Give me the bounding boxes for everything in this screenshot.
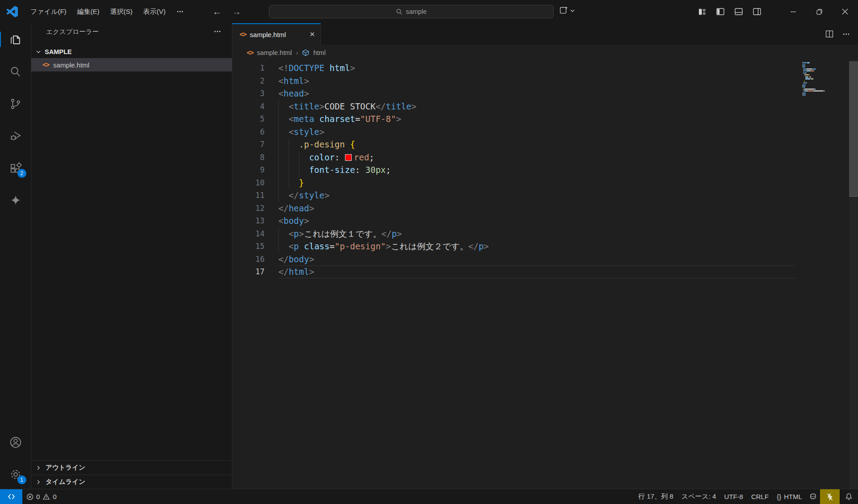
line-number: 10 (232, 176, 265, 189)
line-number: 4 (232, 100, 265, 113)
extensions-icon[interactable]: 2 (5, 157, 26, 179)
menu-edit[interactable]: 編集(E) (72, 5, 105, 19)
restore-icon[interactable] (806, 0, 832, 23)
indent-guide (278, 189, 279, 202)
indent-guide (278, 227, 279, 240)
cursor-position[interactable]: 行 17、列 8 (634, 489, 677, 504)
breadcrumb-symbol[interactable]: html (313, 49, 325, 56)
tab-close-icon[interactable]: ✕ (309, 30, 315, 38)
run-debug-icon[interactable] (5, 125, 26, 147)
bolt-off-icon (826, 493, 834, 501)
folder-section-header[interactable]: SAMPLE (31, 46, 232, 58)
line-number: 5 (232, 113, 265, 126)
problems-indicator[interactable]: 0 0 (22, 489, 61, 504)
toggle-secondary-sidebar-icon[interactable] (751, 5, 763, 18)
line-number: 6 (232, 126, 265, 139)
folder-section-label: SAMPLE (45, 48, 72, 55)
back-icon[interactable]: ← (210, 7, 224, 17)
code-line[interactable]: 6 <style> (232, 126, 858, 139)
error-icon (26, 493, 34, 500)
code-line[interactable]: 12</head> (232, 202, 858, 215)
indent-guide (278, 151, 279, 164)
breadcrumb-file[interactable]: sample.html (257, 49, 292, 56)
toggle-panel-icon[interactable] (732, 5, 745, 18)
code-line[interactable]: 13<body> (232, 214, 858, 227)
notifications-bell-icon[interactable] (840, 489, 858, 504)
copilot-status[interactable] (806, 489, 820, 504)
forward-icon[interactable]: → (230, 7, 244, 17)
indent-guide (289, 138, 289, 151)
timeline-section-label: タイムライン (46, 478, 85, 486)
line-number: 14 (232, 227, 265, 240)
timeline-section-header[interactable]: タイムライン (31, 475, 232, 489)
file-item-sample-html[interactable]: <> sample.html (31, 58, 232, 71)
indent-guide (289, 164, 289, 176)
breadcrumb-separator: › (296, 49, 298, 56)
menu-file[interactable]: ファイル(F) (25, 5, 72, 19)
code-lines: 1<!DOCTYPE html>2<html>3<head>4 <title>C… (232, 62, 858, 278)
vscode-logo-icon (6, 6, 18, 17)
remote-indicator[interactable] (0, 489, 22, 504)
minimap[interactable] (802, 62, 829, 97)
indent-guide (299, 164, 299, 176)
menu-more-icon[interactable] (171, 5, 189, 18)
code-line[interactable]: 1<!DOCTYPE html> (232, 62, 858, 75)
sidebar-more-icon[interactable] (214, 28, 221, 35)
language-mode[interactable]: {} HTML (773, 489, 806, 504)
chat-sparkle-icon[interactable] (5, 189, 26, 211)
warning-icon (42, 493, 50, 500)
braces-icon: {} (777, 493, 781, 500)
search-input[interactable]: sample (269, 5, 554, 18)
color-swatch[interactable] (345, 154, 352, 161)
code-line[interactable]: 5 <meta charset="UTF-8"> (232, 113, 858, 126)
scrollbar-thumb[interactable] (849, 61, 858, 197)
source-control-icon[interactable] (5, 93, 26, 114)
customize-layout-icon[interactable] (696, 5, 708, 18)
outline-section-header[interactable]: アウトライン (31, 460, 232, 475)
code-line[interactable]: 7 .p-design { (232, 138, 858, 151)
titlebar: ファイル(F) 編集(E) 選択(S) 表示(V) ← → sample (0, 0, 858, 23)
code-line[interactable]: 10 } (232, 176, 858, 189)
line-number: 15 (232, 240, 265, 253)
copilot-menu-button[interactable] (559, 6, 575, 15)
toggle-primary-sidebar-icon[interactable] (714, 5, 727, 18)
html-file-icon: <> (247, 49, 253, 57)
menu-selection[interactable]: 選択(S) (105, 5, 138, 19)
settings-badge: 1 (17, 475, 26, 484)
symbol-cube-icon (302, 49, 309, 56)
indentation[interactable]: スペース: 4 (677, 489, 720, 504)
search-text: sample (406, 8, 427, 15)
code-line[interactable]: 16</body> (232, 253, 858, 266)
code-line[interactable]: 17</html> (232, 265, 858, 278)
code-line[interactable]: 14 <p>これは例文１です。</p> (232, 227, 858, 240)
encoding[interactable]: UTF-8 (720, 489, 747, 504)
indent-guide (299, 151, 299, 164)
account-icon[interactable] (5, 432, 26, 453)
explorer-icon[interactable] (5, 29, 26, 50)
code-line[interactable]: 3<head> (232, 87, 858, 100)
code-line[interactable]: 9 font-size: 30px; (232, 164, 858, 176)
code-line[interactable]: 11 </style> (232, 189, 858, 202)
vertical-scrollbar[interactable] (849, 60, 858, 489)
editor-more-icon[interactable] (842, 30, 850, 38)
close-icon[interactable] (832, 0, 858, 23)
line-number: 3 (232, 87, 265, 100)
line-number: 16 (232, 253, 265, 266)
settings-gear-icon[interactable]: 1 (5, 464, 26, 485)
minimize-icon[interactable] (780, 0, 806, 23)
code-line[interactable]: 4 <title>CODE STOCK</title> (232, 100, 858, 113)
code-editor[interactable]: 1<!DOCTYPE html>2<html>3<head>4 <title>C… (232, 60, 858, 489)
split-editor-icon[interactable] (825, 30, 833, 38)
code-line[interactable]: 15 <p class="p-design">これは例文２です。</p> (232, 240, 858, 253)
menu-view[interactable]: 表示(V) (138, 5, 171, 19)
status-bar: 0 0 行 17、列 8 スペース: 4 UTF-8 CRLF {} HTML (0, 489, 858, 504)
power-alert-status[interactable] (820, 489, 840, 504)
eol-sequence[interactable]: CRLF (747, 489, 773, 504)
chevron-right-icon (36, 479, 41, 485)
line-number: 7 (232, 138, 265, 151)
tab-sample-html[interactable]: <> sample.html ✕ (232, 23, 321, 45)
code-line[interactable]: 8 color: red; (232, 151, 858, 164)
code-line[interactable]: 2<html> (232, 75, 858, 88)
search-view-icon[interactable] (5, 61, 26, 82)
activity-bar: 2 1 (0, 23, 31, 489)
